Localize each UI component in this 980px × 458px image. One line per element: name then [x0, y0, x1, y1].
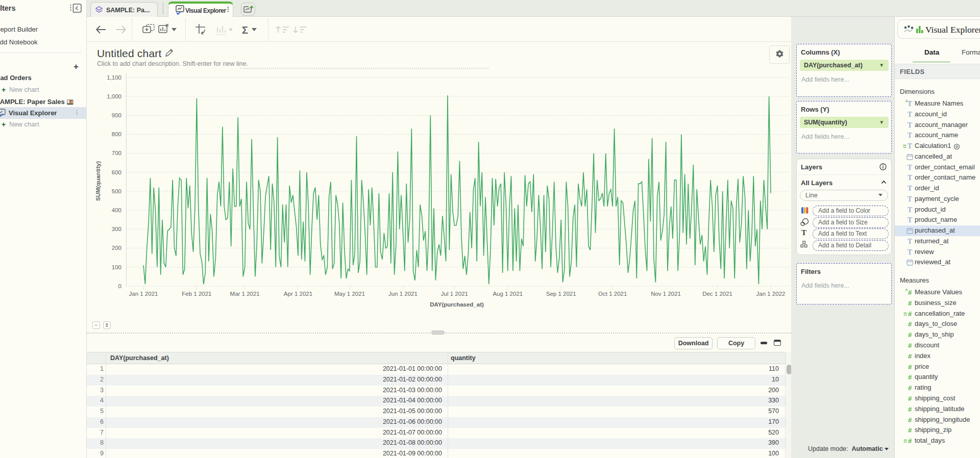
- svg-text:SUM(quantity): SUM(quantity): [96, 161, 101, 201]
- svg-text:Jun 1 2021: Jun 1 2021: [388, 291, 418, 297]
- svg-text:900: 900: [112, 112, 121, 118]
- svg-text:Sep 1 2021: Sep 1 2021: [546, 291, 576, 297]
- svg-text:500: 500: [112, 188, 121, 194]
- svg-text:Apr 1 2021: Apr 1 2021: [284, 291, 312, 297]
- svg-text:Dec 1 2021: Dec 1 2021: [702, 291, 732, 297]
- svg-text:May 1 2021: May 1 2021: [334, 291, 365, 297]
- svg-text:300: 300: [112, 226, 121, 232]
- svg-text:Nov 1 2021: Nov 1 2021: [651, 291, 681, 297]
- svg-text:Σ: Σ: [242, 24, 248, 36]
- svg-text:Feb 1 2021: Feb 1 2021: [182, 291, 211, 297]
- svg-text:Jan 1 2022: Jan 1 2022: [756, 291, 786, 297]
- svg-text:Mar 1 2021: Mar 1 2021: [230, 291, 260, 297]
- svg-text:600: 600: [112, 169, 121, 175]
- svg-text:Oct 1 2021: Oct 1 2021: [598, 291, 627, 297]
- svg-text:100: 100: [112, 264, 121, 270]
- svg-text:Aug 1 2021: Aug 1 2021: [493, 291, 523, 297]
- svg-text:1,000: 1,000: [107, 93, 121, 99]
- svg-text:0: 0: [118, 283, 121, 289]
- svg-text:200: 200: [112, 245, 121, 251]
- svg-text:Jan 1 2021: Jan 1 2021: [129, 291, 158, 297]
- svg-text:Jul 1 2021: Jul 1 2021: [441, 291, 468, 297]
- svg-text:700: 700: [112, 150, 121, 156]
- svg-text:800: 800: [112, 131, 121, 137]
- svg-text:400: 400: [112, 207, 121, 213]
- svg-text:1,100: 1,100: [107, 74, 121, 81]
